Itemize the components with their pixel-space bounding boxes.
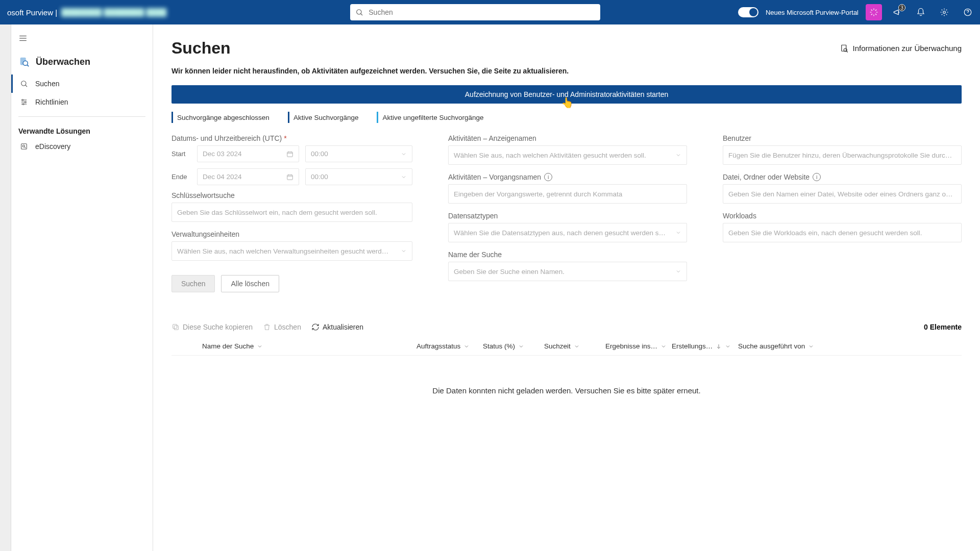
search-icon	[355, 8, 363, 16]
workloads-placeholder: Geben Sie die Workloads ein, nach denen …	[728, 229, 922, 237]
doc-search-icon	[840, 44, 849, 53]
search-name-input[interactable]: Geben Sie der Suche einen Namen.	[448, 262, 687, 281]
chevron-down-icon	[725, 343, 731, 349]
svg-rect-18	[21, 144, 27, 149]
column-header-created[interactable]: Erstellungs…	[672, 342, 738, 350]
svg-point-15	[22, 99, 23, 101]
svg-line-23	[846, 51, 847, 52]
main-content: Suchen Informationen zur Überwachung Wir…	[153, 24, 980, 551]
column-header-name[interactable]: Name der Suche	[202, 342, 416, 350]
record-types-placeholder: Wählen Sie die Datensatztypen aus, nach …	[454, 229, 666, 237]
search-form: Datums- und Uhrzeitbereich (UTC) Start D…	[172, 134, 962, 292]
legend-unfiltered: Aktive ungefilterte Suchvorgänge	[377, 112, 483, 123]
workloads-input[interactable]: Geben Sie die Workloads ein, nach denen …	[723, 223, 962, 242]
sort-desc-icon	[716, 343, 722, 349]
search-button-label: Suchen	[181, 280, 205, 288]
portal-toggle[interactable]	[738, 7, 758, 17]
sidebar-item-label: Richtlinien	[35, 98, 68, 106]
help-button[interactable]	[960, 4, 976, 20]
start-recording-button[interactable]: Aufzeichnung von Benutzer- und Administr…	[172, 85, 962, 104]
start-time-select[interactable]: 00:00	[305, 145, 412, 162]
end-date-input[interactable]: Dec 04 2024	[197, 168, 299, 185]
file-label: Datei, Ordner oder Website	[723, 173, 810, 181]
file-placeholder: Geben Sie den Namen einer Datei, Website…	[728, 190, 953, 198]
activities-op-input[interactable]: Eingeben der Vorgangswerte, getrennt dur…	[448, 184, 687, 204]
chevron-down-icon	[518, 343, 524, 349]
refresh-button[interactable]: Aktualisieren	[311, 323, 363, 331]
sidebar-item-search[interactable]: Suchen	[11, 74, 153, 93]
svg-rect-32	[174, 325, 178, 330]
chevron-down-icon	[401, 151, 407, 157]
top-bar: osoft Purview | ████████ ████████ ████ N…	[0, 0, 980, 24]
bell-icon	[916, 8, 925, 17]
admin-units-select[interactable]: Wählen Sie aus, nach welchen Verwaltungs…	[172, 241, 412, 261]
brand: osoft Purview | ████████ ████████ ████	[7, 8, 166, 17]
form-col-3: Benutzer Fügen Sie die Benutzer hinzu, d…	[723, 134, 962, 292]
start-time-value: 00:00	[311, 150, 328, 158]
form-col-1: Datums- und Uhrzeitbereich (UTC) Start D…	[172, 134, 412, 292]
sidebar-collapse-button[interactable]	[11, 30, 153, 49]
chevron-down-icon	[401, 248, 407, 254]
activities-display-select[interactable]: Wählen Sie aus, nach welchen Aktivitäten…	[448, 145, 687, 165]
svg-line-20	[24, 147, 26, 148]
sidebar-section-label: Verwandte Lösungen	[11, 122, 153, 137]
legend-label: Aktive Suchvorgänge	[293, 114, 359, 121]
svg-point-19	[22, 145, 24, 147]
sidebar: Überwachen Suchen Richtlinien Verwandte …	[11, 24, 153, 551]
assistant-button[interactable]	[866, 4, 882, 20]
global-search-input[interactable]	[369, 8, 595, 16]
record-types-select[interactable]: Wählen Sie die Datensatztypen aus, nach …	[448, 223, 687, 242]
sidebar-item-ediscovery[interactable]: eDiscovery	[11, 137, 153, 156]
file-input[interactable]: Geben Sie den Namen einer Datei, Website…	[723, 184, 962, 204]
topbar-right: Neues Microsoft Purview-Portal 3	[738, 4, 976, 20]
notifications-button[interactable]: 3	[889, 4, 905, 20]
copy-icon	[172, 323, 180, 331]
column-label: Status (%)	[483, 342, 515, 350]
copy-search-label: Diese Suche kopieren	[183, 323, 253, 331]
calendar-icon	[286, 173, 293, 181]
keyword-input[interactable]: Geben Sie das Schlüsselwort ein, nach de…	[172, 203, 412, 222]
global-search[interactable]	[350, 4, 600, 20]
users-label: Benutzer	[723, 134, 962, 142]
help-icon	[963, 8, 972, 17]
start-date-input[interactable]: Dec 03 2024	[197, 145, 299, 162]
clear-button[interactable]: Alle löschen	[221, 275, 279, 292]
users-input[interactable]: Fügen Sie die Benutzer hinzu, deren Über…	[723, 145, 962, 165]
alerts-button[interactable]	[913, 4, 929, 20]
audit-info-link[interactable]: Informationen zur Überwachung	[840, 44, 962, 53]
status-warning: Wir können leider nicht herausfinden, ob…	[172, 67, 962, 75]
legend-label: Aktive ungefilterte Suchvorgänge	[382, 114, 483, 121]
datetime-label: Datums- und Uhrzeitbereich (UTC)	[172, 134, 412, 142]
info-icon[interactable]: i	[813, 173, 821, 181]
calendar-icon	[286, 151, 293, 158]
column-header-pct[interactable]: Status (%)	[483, 342, 544, 350]
svg-point-17	[22, 104, 24, 105]
info-icon[interactable]: i	[544, 173, 552, 181]
sidebar-separator	[18, 116, 145, 117]
sidebar-title: Überwachen	[11, 49, 153, 74]
legend-label: Suchvorgänge abgeschlossen	[177, 114, 270, 121]
end-time-select[interactable]: 00:00	[305, 168, 412, 185]
search-button[interactable]: Suchen	[172, 275, 215, 292]
sparkle-icon	[869, 8, 878, 17]
column-header-results[interactable]: Ergebnisse ins…	[605, 342, 672, 350]
chevron-down-icon	[660, 343, 667, 349]
column-header-time[interactable]: Suchzeit	[544, 342, 605, 350]
refresh-icon	[311, 323, 320, 331]
chevron-down-icon	[257, 343, 263, 349]
column-header-runby[interactable]: Suche ausgeführt von	[738, 342, 830, 350]
delete-button[interactable]: Löschen	[263, 323, 301, 331]
copy-search-button[interactable]: Diese Suche kopieren	[172, 323, 253, 331]
svg-rect-28	[287, 174, 293, 179]
keyword-placeholder: Geben Sie das Schlüsselwort ein, nach de…	[177, 209, 377, 216]
hamburger-icon	[18, 34, 28, 43]
end-label: Ende	[172, 173, 191, 181]
settings-button[interactable]	[936, 4, 952, 20]
admin-units-placeholder: Wählen Sie aus, nach welchen Verwaltungs…	[177, 247, 388, 255]
svg-point-8	[23, 61, 28, 65]
legend: Suchvorgänge abgeschlossen Aktive Suchvo…	[172, 112, 962, 123]
sidebar-item-policies[interactable]: Richtlinien	[11, 93, 153, 111]
table-error-message: Die Daten konnten nicht geladen werden. …	[172, 356, 962, 425]
column-header-status[interactable]: Auftragsstatus	[416, 342, 483, 350]
svg-rect-24	[287, 152, 293, 156]
